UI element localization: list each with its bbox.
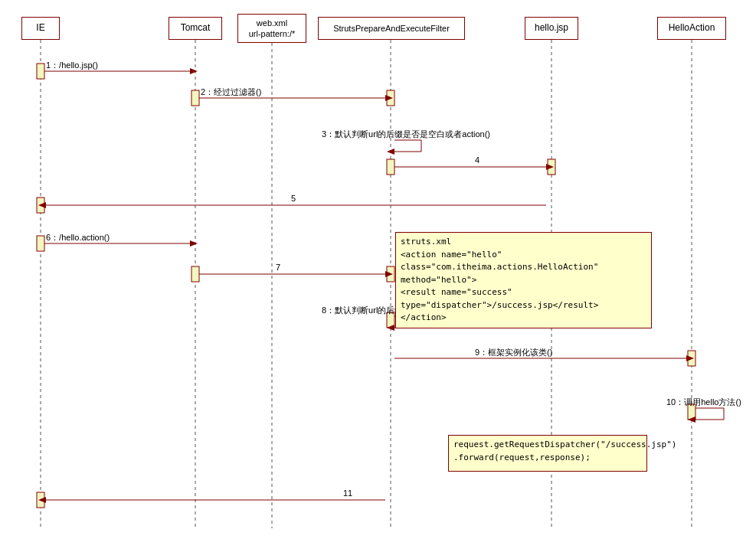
svg-marker-30	[38, 202, 46, 208]
svg-rect-11	[37, 198, 44, 213]
msg-label-7: 7	[276, 263, 280, 272]
note-dispatcher: request.getRequestDispatcher("/success.j…	[448, 435, 647, 472]
actor-hellojsp: hello.jsp	[525, 17, 578, 40]
svg-marker-22	[385, 95, 393, 101]
actor-webxml: web.xmlurl-pattern:/*	[237, 14, 306, 43]
note-struts-xml: struts.xml <action name="hello" class="c…	[395, 232, 652, 328]
msg-label-4: 4	[475, 155, 479, 165]
msg-label-2: 2：经过过滤器()	[201, 87, 261, 98]
svg-marker-26	[387, 149, 394, 155]
svg-marker-38	[387, 325, 394, 331]
svg-rect-8	[387, 90, 394, 106]
actor-ie: IE	[21, 17, 60, 40]
svg-rect-13	[191, 266, 199, 282]
svg-marker-44	[688, 416, 695, 423]
svg-rect-9	[387, 159, 394, 175]
svg-rect-6	[37, 64, 44, 79]
svg-rect-7	[191, 90, 199, 106]
msg-label-1: 1：/hello.jsp()	[46, 60, 98, 71]
svg-marker-46	[38, 497, 46, 503]
svg-marker-40	[686, 355, 694, 361]
svg-marker-20	[190, 68, 198, 74]
actor-tomcat: Tomcat	[169, 17, 222, 40]
msg-label-9: 9：框架实例化该类()	[475, 347, 552, 358]
msg-label-10: 10：调用hello方法()	[666, 397, 741, 408]
msg-label-6: 6：/hello.action()	[46, 232, 110, 243]
sequence-diagram: IE Tomcat web.xmlurl-pattern:/* StrutsPr…	[0, 0, 756, 539]
msg-label-11: 11	[343, 488, 352, 498]
svg-marker-34	[385, 271, 393, 277]
msg-label-5: 5	[291, 194, 296, 203]
svg-marker-28	[546, 164, 554, 170]
svg-rect-12	[37, 236, 44, 251]
actor-filter: StrutsPrepareAndExecuteFilter	[318, 17, 465, 40]
svg-marker-32	[190, 240, 198, 247]
svg-rect-14	[387, 266, 394, 282]
msg-label-3: 3：默认判断url的后缀是否是空白或者action()	[322, 129, 490, 140]
actor-helloaction: HelloAction	[657, 17, 726, 40]
svg-rect-18	[37, 492, 44, 508]
svg-rect-16	[688, 351, 695, 366]
svg-rect-10	[548, 159, 555, 175]
